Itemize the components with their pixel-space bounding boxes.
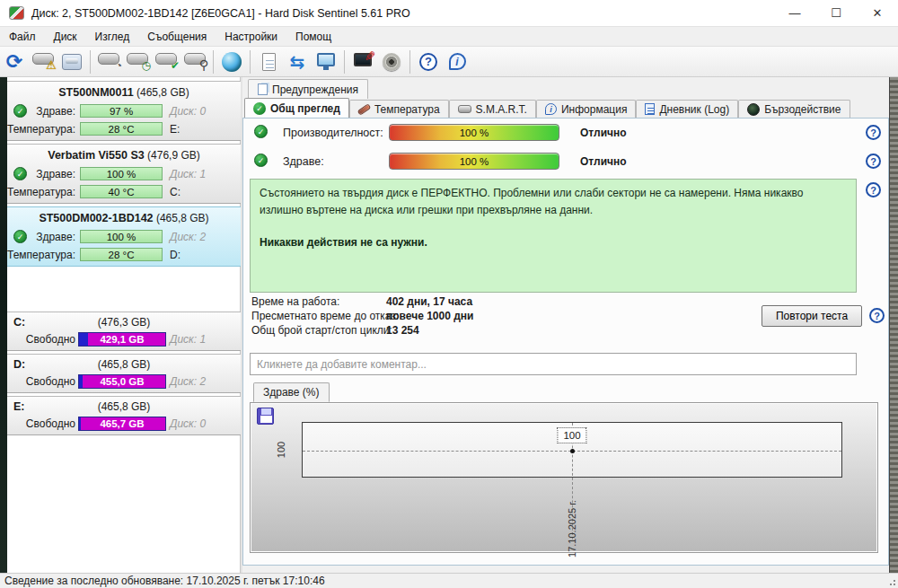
retest-button[interactable]: Повтори теста: [762, 305, 862, 327]
status-text: Състоянието на твърдия диск е ПЕРФЕКТНО.…: [260, 185, 847, 218]
menu-bar: Файл Диск Изглед Съобщения Настройки Пом…: [0, 27, 898, 47]
about-info-icon[interactable]: i: [443, 48, 471, 75]
partition-item-d[interactable]: D: (465,8 GB) Свободно 455,0 GB Диск: 2: [7, 354, 241, 393]
help-icon[interactable]: ?: [414, 48, 443, 75]
performance-label: Производителност:: [283, 127, 383, 139]
title-bar: Диск: 2, ST500DM002-1BD142 [Z6E0GCA1] - …: [0, 0, 898, 27]
report-document-icon[interactable]: [254, 48, 283, 75]
health-bar: 100 %: [80, 167, 163, 180]
stat-value: 402 дни, 17 часа: [386, 295, 472, 308]
chart-point-label[interactable]: 100: [557, 427, 586, 443]
refresh-icon[interactable]: ⟳: [0, 48, 29, 75]
toolbar-separator: [344, 50, 345, 74]
stat-label: Време на работа:: [251, 295, 339, 308]
menu-file[interactable]: Файл: [0, 27, 45, 47]
sync-icon[interactable]: ⇆: [283, 48, 312, 75]
save-chart-icon[interactable]: [257, 408, 274, 425]
free-space-bar: 465,7 GB: [78, 417, 166, 431]
help-retest-icon[interactable]: ?: [869, 308, 885, 323]
help-status-icon[interactable]: ?: [866, 182, 881, 197]
disk-ok-icon[interactable]: ✔: [152, 48, 180, 75]
help-performance-icon[interactable]: ?: [866, 125, 881, 140]
toolbar: ⟳ ⚠ ◔ ◷ ✔ ⚲ ⇆ ✎ ? i: [0, 47, 898, 77]
menu-messages[interactable]: Съобщения: [138, 27, 216, 47]
disk-item-0[interactable]: ST500NM0011 (465,8 GB) ✓ Здраве: 97 % Ди…: [7, 81, 241, 141]
temp-label: Температура:: [7, 123, 75, 136]
disk-sidebar: ST500NM0011 (465,8 GB) ✓ Здраве: 97 % Ди…: [7, 77, 241, 573]
disk-name: Verbatim Vi550 S3: [48, 149, 144, 162]
toolbar-separator: [250, 50, 251, 74]
monitor-test-icon[interactable]: ✎: [348, 48, 377, 75]
disk-size: (465,8 GB): [136, 86, 189, 99]
status-action-text: Никакви действия не са нужни.: [260, 234, 847, 251]
health-label: Здраве:: [7, 105, 75, 118]
health-label: Здраве:: [7, 231, 75, 243]
disk-warning-icon[interactable]: ⚠: [29, 48, 57, 75]
close-button[interactable]: ✕: [857, 0, 898, 27]
disk-icon: [458, 105, 471, 113]
minimize-button[interactable]: —: [774, 0, 815, 27]
menu-help[interactable]: Помощ: [286, 27, 340, 47]
stat-label: Общ брой старт/стоп цикли:: [251, 324, 392, 337]
performance-bar: 100 %: [389, 124, 559, 141]
online-globe-icon[interactable]: [217, 48, 246, 75]
drive-letter: C:: [170, 186, 180, 198]
disk-number: Диск: 2: [170, 375, 206, 388]
log-document-icon: [645, 103, 655, 115]
tab-information[interactable]: i Информация: [536, 100, 636, 118]
temp-bar: 28 °C: [80, 122, 163, 136]
disk-size: (465,8 GB): [156, 212, 209, 224]
disk-number: Диск: 0: [170, 417, 206, 430]
health-chart-panel: 100 100 17.10.2025 г.: [250, 402, 878, 553]
tab-overview[interactable]: ✓ Общ преглед: [244, 98, 349, 118]
disk-search-icon[interactable]: ⚲: [180, 48, 209, 75]
gauge-icon: [747, 103, 760, 116]
help-health-icon[interactable]: ?: [866, 154, 881, 169]
disk-item-2-selected[interactable]: ST500DM002-1BD142 (465,8 GB) ✓ Здраве: 1…: [7, 206, 241, 267]
menu-view[interactable]: Изглед: [86, 27, 139, 47]
disk-item-1[interactable]: Verbatim Vi550 S3 (476,9 GB) ✓ Здраве: 1…: [7, 144, 241, 204]
temp-bar: 28 °C: [80, 248, 163, 261]
free-label: Свободно: [7, 417, 75, 430]
menu-settings[interactable]: Настройки: [216, 27, 286, 47]
chart-plot-area: 100: [302, 422, 842, 478]
chart-xtick-date: 17.10.2025 г.: [567, 484, 577, 574]
performance-rating: Отлично: [580, 127, 627, 139]
app-icon: [9, 6, 24, 20]
disk-report-icon[interactable]: [57, 48, 86, 75]
chart-data-point: [570, 449, 575, 453]
disk-schedule-icon[interactable]: ◷: [123, 48, 152, 75]
tab-log[interactable]: Дневник (Log): [636, 100, 738, 118]
temp-bar: 40 °C: [80, 185, 163, 198]
menu-disk[interactable]: Диск: [45, 27, 86, 47]
free-label: Свободно: [7, 333, 75, 346]
partition-size: (465,8 GB): [98, 400, 151, 413]
resize-grip[interactable]: [887, 577, 896, 586]
stats-block: Време на работа: 402 дни, 17 часа Пресме…: [251, 295, 754, 338]
free-space-bar: 455,0 GB: [78, 374, 166, 389]
drive-letter: D:: [170, 249, 180, 261]
tab-smart[interactable]: S.M.A.R.T.: [449, 100, 536, 118]
disk-size: (476,9 GB): [147, 149, 200, 162]
partition-item-e[interactable]: E: (465,8 GB) Свободно 465,7 GB Диск: 0: [7, 396, 241, 435]
maximize-button[interactable]: ☐: [815, 0, 857, 27]
partition-size: (465,8 GB): [98, 358, 151, 371]
partition-item-c[interactable]: C: (476,3 GB) Свободно 429,1 GB Диск: 1: [7, 312, 241, 351]
tab-temperature[interactable]: Температура: [349, 100, 449, 118]
temp-label: Температура:: [7, 186, 75, 198]
network-monitor-icon[interactable]: [312, 48, 340, 75]
chart-tab-health[interactable]: Здраве (%): [253, 382, 330, 402]
status-textbox: Състоянието на твърдия диск е ПЕРФЕКТНО.…: [250, 179, 857, 293]
tab-performance[interactable]: Бързодействие: [738, 100, 850, 118]
comment-input[interactable]: [250, 353, 857, 375]
disk-name: ST500NM0011: [58, 86, 133, 99]
status-bar: Сведение за последно обновяване: 17.10.2…: [0, 573, 898, 588]
partition-letter: D:: [13, 355, 25, 374]
partition-letter: C:: [13, 312, 25, 332]
sound-icon[interactable]: [377, 48, 406, 75]
tab-warnings[interactable]: Предупреждения: [248, 79, 368, 99]
right-edge-strip: [889, 77, 898, 573]
disk-performance-icon[interactable]: ◔: [94, 48, 123, 75]
check-circle-icon: ✓: [253, 102, 266, 115]
stat-value: повече 1000 дни: [386, 310, 473, 322]
